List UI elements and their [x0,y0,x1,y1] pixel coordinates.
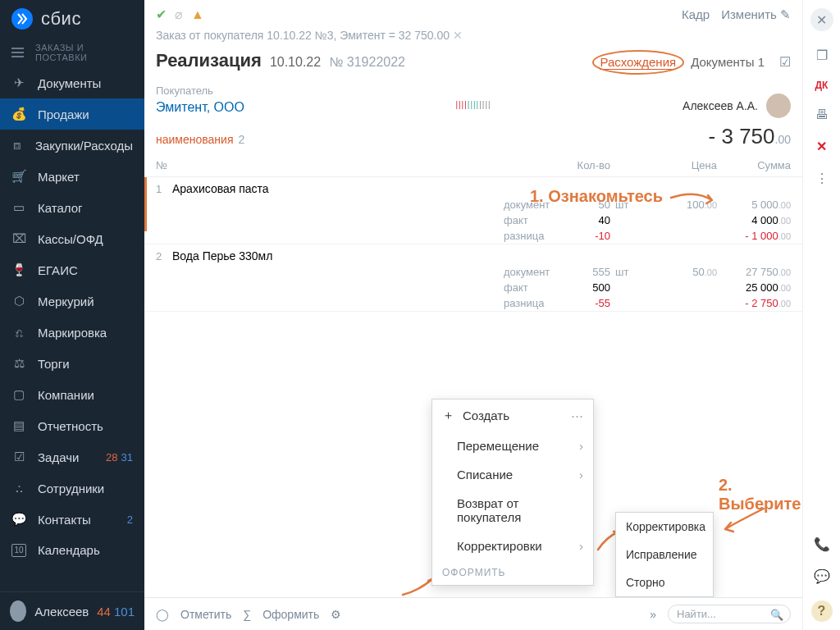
item-name: Арахисовая паста [172,182,791,195]
process-button[interactable]: Оформить [262,608,319,621]
highlight-ellipse [590,48,687,76]
expand-icon[interactable]: » [650,608,656,621]
title-date: 10.10.22 [270,55,321,70]
nav-catalog[interactable]: ▭Каталог [0,192,144,223]
menu-item-move[interactable]: Перемещение› [432,431,593,460]
nav-contacts[interactable]: 💬Контакты2 [0,504,144,535]
search-input[interactable]: Найти...🔍 [668,605,791,623]
create-menu-footer: ОФОРМИТЬ [432,560,593,585]
chat-icon: 💬 [11,512,26,527]
edit-button[interactable]: Изменить ✎ [721,7,791,22]
mark-button[interactable]: Отметить [180,608,231,621]
building-icon: ▢ [11,387,26,402]
buyer-label: Покупатель [156,84,660,97]
menu-item-corrections[interactable]: Корректировки› [432,532,593,560]
box-icon: ⧈ [11,138,24,153]
menu-icon[interactable] [11,48,24,57]
search-icon: 🔍 [770,609,783,621]
columns-header: № Кол-во Цена Сумма [144,154,802,177]
chevron-right-icon: › [579,539,583,553]
title-number: № 31922022 [329,55,405,70]
status-check-icon[interactable]: ✔ [156,7,167,22]
nav-market[interactable]: 🛒Маркет [0,161,144,192]
calendar-icon: 10 [11,544,26,557]
window-icon[interactable]: ❐ [816,48,828,63]
cash-icon: ⌧ [11,231,26,246]
nav-sales[interactable]: 💰Продажи [0,98,144,130]
submenu-correction[interactable]: Корректировка [616,513,713,541]
gear-icon[interactable]: ⚙ [331,608,341,621]
nav-marking[interactable]: ⎌Маркировка [0,317,144,348]
phone-icon[interactable]: 📞 [814,536,830,552]
create-menu-header[interactable]: ＋Создать⋯ [432,399,593,431]
submenu-fix[interactable]: Исправление [616,541,713,568]
item-row[interactable]: 2 Вода Перье 330мл документ555шт50.0027 … [144,244,802,312]
sidebar: сбис ЗАКАЗЫ И ПОСТАВКИ ✈Документы 💰Прода… [0,0,144,630]
close-breadcrumb-icon: ✕ [453,29,463,42]
glass-icon: 🍷 [11,262,26,277]
nav-cash[interactable]: ⌧Кассы/ОФД [0,223,144,254]
chevron-right-icon: › [579,468,583,482]
corrections-submenu: Корректировка Исправление Сторно [615,512,714,597]
nav-employees[interactable]: ⛬Сотрудники [0,472,144,504]
status-warning-icon[interactable]: ▲ [191,7,204,22]
annotation-arrow-left [719,504,768,537]
checkbox-icon[interactable]: ◯ [156,608,169,621]
submenu-storno[interactable]: Сторно [616,568,713,596]
tab-discrepancies[interactable]: Расхождения [600,55,676,69]
svg-point-0 [593,51,683,74]
checklist-icon[interactable]: ☑ [779,54,791,70]
nav-purchases[interactable]: ⧈Закупки/Расходы [0,130,144,161]
kadr-tab[interactable]: Кадр [682,7,710,21]
plus-icon: ＋ [442,408,454,423]
nav-tenders[interactable]: ⚖Торги [0,348,144,379]
title-row: Реализация 10.10.22 № 31922022 Расхожден… [144,47,802,80]
page-title: Реализация [156,50,262,71]
nav-calendar[interactable]: 10Календарь [0,535,144,565]
nav-egais[interactable]: 🍷ЕГАИС [0,254,144,285]
breadcrumb[interactable]: Заказ от покупателя 10.10.22 №3, Эмитент… [144,29,802,47]
summary-row: наименования 2 - 3 750.00 [144,109,802,154]
message-icon[interactable]: 💬 [814,568,830,584]
help-button[interactable]: ? [811,600,833,622]
hex-icon: ⬡ [11,294,26,308]
gavel-icon: ⚖ [11,356,26,371]
summary-total: - 3 750.00 [709,124,791,149]
nav-companies[interactable]: ▢Компании [0,379,144,410]
cart-icon: 🛒 [11,169,26,184]
delete-icon[interactable]: ✕ [816,139,827,154]
footer-bar: ◯ Отметить ∑ Оформить ⚙ » Найти...🔍 [144,597,802,630]
people-icon: ⛬ [11,481,26,495]
nav-mercury[interactable]: ⬡Меркурий [0,285,144,317]
dk-badge[interactable]: ДК [815,80,829,91]
avatar-icon [10,600,26,622]
check-icon: ☑ [11,450,26,464]
nav-documents[interactable]: ✈Документы [0,67,144,98]
right-rail: ✕ ❐ ДК 🖶 ✕ ⋮ 📞 💬 ? [802,0,840,630]
main-panel: ✔ ⌀ ▲ Кадр Изменить ✎ Заказ от покупател… [144,0,802,630]
nav: ✈Документы 💰Продажи ⧈Закупки/Расходы 🛒Ма… [0,67,144,591]
items-label[interactable]: наименования [156,133,233,146]
section-label[interactable]: ЗАКАЗЫ И ПОСТАВКИ [0,38,144,67]
close-button[interactable]: ✕ [810,8,833,31]
nav-tasks[interactable]: ☑Задачи2831 [0,441,144,472]
sales-icon: 💰 [11,107,26,121]
mark-icon: ⎌ [11,325,26,340]
kebab-icon[interactable]: ⋮ [815,171,829,186]
menu-item-writeoff[interactable]: Списание› [432,460,593,489]
status-badge-icon[interactable]: ⌀ [175,7,183,22]
print-icon[interactable]: 🖶 [815,107,829,122]
sidebar-user[interactable]: Алексеев 44101 [0,591,144,630]
tab-documents[interactable]: Документы 1 [691,55,765,69]
more-icon[interactable]: ⋯ [571,409,583,423]
brand-logo [11,8,33,30]
menu-item-return[interactable]: Возврат от покупателя [432,489,593,532]
nav-reports[interactable]: ▤Отчетность [0,410,144,441]
item-row[interactable]: 1 Арахисовая паста документ50шт100.005 0… [144,177,802,244]
brand-row: сбис [0,0,144,38]
report-icon: ▤ [11,418,26,433]
chevron-right-icon: › [579,439,583,453]
sigma-icon[interactable]: ∑ [243,608,251,621]
item-name: Вода Перье 330мл [172,249,791,262]
create-menu: ＋Создать⋯ Перемещение› Списание› Возврат… [431,399,594,586]
